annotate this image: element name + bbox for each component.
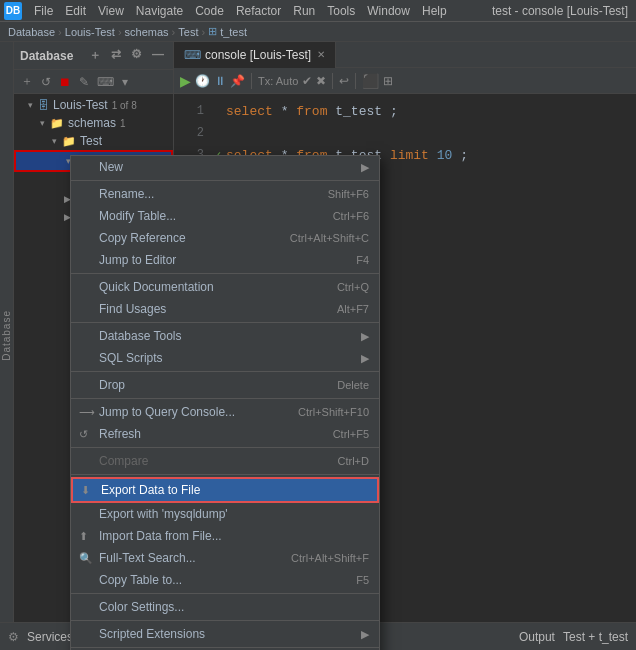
- cm-new-arrow: ▶: [361, 161, 369, 174]
- cm-sep-8: [71, 593, 379, 594]
- cm-database-tools-label: Database Tools: [99, 329, 182, 343]
- cm-copy-table[interactable]: Copy Table to... F5: [71, 569, 379, 591]
- cm-jump-editor-shortcut: F4: [356, 254, 369, 266]
- cm-rename-shortcut: Shift+F6: [328, 188, 369, 200]
- cm-jump-editor[interactable]: Jump to Editor F4: [71, 249, 379, 271]
- cm-compare: Compare Ctrl+D: [71, 450, 379, 472]
- import-icon: ⬆: [79, 530, 88, 543]
- cm-copy-reference[interactable]: Copy Reference Ctrl+Alt+Shift+C: [71, 227, 379, 249]
- cm-copy-table-shortcut: F5: [356, 574, 369, 586]
- cm-modify-table[interactable]: Modify Table... Ctrl+F6: [71, 205, 379, 227]
- cm-rename[interactable]: Rename... Shift+F6: [71, 183, 379, 205]
- cm-jump-query[interactable]: ⟶ Jump to Query Console... Ctrl+Shift+F1…: [71, 401, 379, 423]
- cm-compare-label: Compare: [99, 454, 148, 468]
- services-icon: ⚙: [8, 630, 19, 644]
- cm-drop[interactable]: Drop Delete: [71, 374, 379, 396]
- cm-export-mysqldump-label: Export with 'mysqldump': [99, 507, 228, 521]
- cm-export-mysqldump[interactable]: Export with 'mysqldump': [71, 503, 379, 525]
- cm-sep-1: [71, 180, 379, 181]
- cm-sep-9: [71, 620, 379, 621]
- cm-quick-doc-label: Quick Documentation: [99, 280, 214, 294]
- cm-modify-table-label: Modify Table...: [99, 209, 176, 223]
- cm-jump-editor-label: Jump to Editor: [99, 253, 176, 267]
- cm-quick-doc[interactable]: Quick Documentation Ctrl+Q: [71, 276, 379, 298]
- cm-color-settings-label: Color Settings...: [99, 600, 184, 614]
- cm-sql-scripts[interactable]: SQL Scripts ▶: [71, 347, 379, 369]
- cm-sep-2: [71, 273, 379, 274]
- cm-drop-label: Drop: [99, 378, 125, 392]
- refresh-icon: ↺: [79, 428, 88, 441]
- cm-compare-shortcut: Ctrl+D: [338, 455, 369, 467]
- jump-query-icon: ⟶: [79, 406, 95, 419]
- cm-new-label: New: [99, 160, 123, 174]
- bottom-right-tabs: Output Test + t_test: [519, 630, 628, 644]
- cm-scripted-ext-arrow: ▶: [361, 628, 369, 641]
- cm-new[interactable]: New ▶: [71, 156, 379, 178]
- cm-sql-scripts-arrow: ▶: [361, 352, 369, 365]
- cm-drop-shortcut: Delete: [337, 379, 369, 391]
- cm-sql-scripts-label: SQL Scripts: [99, 351, 163, 365]
- cm-full-text-label: Full-Text Search...: [99, 551, 196, 565]
- cm-full-text-shortcut: Ctrl+Alt+Shift+F: [291, 552, 369, 564]
- cm-import-data[interactable]: ⬆ Import Data from File...: [71, 525, 379, 547]
- cm-scripted-extensions[interactable]: Scripted Extensions ▶: [71, 623, 379, 645]
- cm-find-usages[interactable]: Find Usages Alt+F7: [71, 298, 379, 320]
- cm-database-tools-arrow: ▶: [361, 330, 369, 343]
- cm-copy-ref-shortcut: Ctrl+Alt+Shift+C: [290, 232, 369, 244]
- cm-copy-ref-label: Copy Reference: [99, 231, 186, 245]
- cm-scripted-ext-label: Scripted Extensions: [99, 627, 205, 641]
- cm-import-data-label: Import Data from File...: [99, 529, 222, 543]
- cm-jump-query-label: Jump to Query Console...: [99, 405, 235, 419]
- cm-copy-table-label: Copy Table to...: [99, 573, 182, 587]
- context-menu-overlay: New ▶ Rename... Shift+F6 Modify Table...…: [0, 0, 636, 650]
- cm-modify-shortcut: Ctrl+F6: [333, 210, 369, 222]
- services-tab[interactable]: Services: [27, 630, 73, 644]
- cm-sep-3: [71, 322, 379, 323]
- cm-sep-6: [71, 447, 379, 448]
- cm-rename-label: Rename...: [99, 187, 154, 201]
- cm-sep-10: [71, 647, 379, 648]
- search-icon: 🔍: [79, 552, 93, 565]
- cm-sep-4: [71, 371, 379, 372]
- cm-find-usages-shortcut: Alt+F7: [337, 303, 369, 315]
- cm-sep-7: [71, 474, 379, 475]
- cm-quick-doc-shortcut: Ctrl+Q: [337, 281, 369, 293]
- cm-export-data[interactable]: ⬇ Export Data to File: [71, 477, 379, 503]
- cm-sep-5: [71, 398, 379, 399]
- output-tab[interactable]: Output: [519, 630, 555, 644]
- export-icon: ⬇: [81, 484, 90, 497]
- cm-find-usages-label: Find Usages: [99, 302, 166, 316]
- cm-jump-query-shortcut: Ctrl+Shift+F10: [298, 406, 369, 418]
- test-result-tab[interactable]: Test + t_test: [563, 630, 628, 644]
- cm-full-text-search[interactable]: 🔍 Full-Text Search... Ctrl+Alt+Shift+F: [71, 547, 379, 569]
- cm-refresh[interactable]: ↺ Refresh Ctrl+F5: [71, 423, 379, 445]
- cm-database-tools[interactable]: Database Tools ▶: [71, 325, 379, 347]
- cm-refresh-label: Refresh: [99, 427, 141, 441]
- cm-refresh-shortcut: Ctrl+F5: [333, 428, 369, 440]
- cm-color-settings[interactable]: Color Settings...: [71, 596, 379, 618]
- cm-export-data-label: Export Data to File: [101, 483, 200, 497]
- context-menu: New ▶ Rename... Shift+F6 Modify Table...…: [70, 155, 380, 650]
